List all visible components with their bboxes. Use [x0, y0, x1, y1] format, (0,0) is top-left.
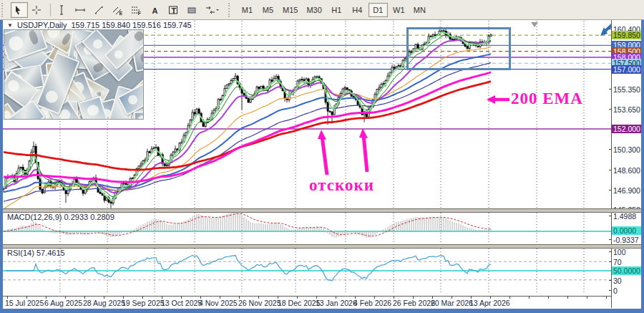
pane-divider[interactable]	[0, 208, 641, 213]
axis-tick-label: 153.650	[613, 105, 640, 114]
mt4-chart-window: EFATM1M5M15M30H1H4D1W1MN ▼ USDJPY,Daily …	[0, 0, 644, 313]
bounce-annotation-text[interactable]: отскоки	[309, 176, 374, 195]
vertical-line-tool-button[interactable]	[54, 2, 72, 18]
axis-tick	[609, 239, 612, 240]
symbol-period-label: USDJPY,Daily	[17, 21, 67, 29]
cursor-tool-button[interactable]	[11, 2, 28, 18]
equidistant-channel-tool-button[interactable]: E	[110, 2, 127, 18]
text-tool-button[interactable]: A	[147, 2, 165, 18]
time-tick	[606, 297, 607, 299]
price-level-badge: 152.000	[612, 125, 643, 133]
price-level-badge: 0.0000	[612, 226, 643, 235]
rsi-line	[6, 255, 491, 281]
arrow-annotation	[600, 24, 611, 36]
axis-tick	[609, 261, 612, 262]
date-label: 18 Dec 2025	[278, 299, 321, 307]
macd-indicator-label: MACD(12,26,9) 0.2933 0.2809	[7, 213, 114, 221]
window-edge	[641, 19, 644, 313]
axis-tick-label: -0.9337	[613, 236, 640, 244]
time-axis[interactable]: 15 Jul 20256 Aug 202528 Aug 202519 Sep 2…	[3, 296, 611, 309]
horizontal-line-icon	[74, 4, 89, 16]
date-label: 13 Apr 2026	[469, 299, 510, 307]
date-label: 13 Oct 2025	[161, 299, 202, 307]
trendline-tool-button[interactable]	[92, 2, 109, 18]
date-label: 6 Aug 2025	[44, 299, 82, 307]
rectangle-annotation[interactable]	[406, 27, 511, 70]
time-tick	[548, 297, 549, 299]
ohlc-values: 159.715 159.840 159.516 159.745	[71, 21, 191, 29]
text-icon: A	[149, 4, 163, 16]
timeframe-button-w1[interactable]: W1	[389, 3, 409, 17]
window-edge	[0, 19, 3, 313]
date-label: 15 Jul 2025	[5, 299, 44, 307]
axis-tick	[609, 280, 612, 281]
rectangle-icon	[186, 4, 200, 16]
timeframe-button-h1[interactable]: H1	[327, 3, 346, 17]
chevron-down-icon[interactable]: ▼	[7, 22, 13, 29]
timeframe-button-h4[interactable]: H4	[348, 3, 367, 17]
toolbar-grip[interactable]	[1, 3, 8, 17]
axis-tick-label: 30	[613, 276, 640, 285]
date-label: 19 Sep 2025	[122, 299, 165, 307]
yen-banknotes-photo	[4, 30, 143, 119]
axis-tick	[609, 89, 612, 90]
arrows-tool-button[interactable]	[203, 2, 220, 18]
axis-tick-label: 148.600	[613, 166, 640, 175]
axis-tick-label: 0	[613, 286, 640, 295]
window-edge	[0, 309, 644, 313]
date-label: 20 Mar 2026	[431, 299, 473, 307]
axis-tick	[609, 109, 612, 110]
rsi-indicator-label: RSI(14) 57.4615	[7, 249, 65, 257]
axis-tick	[609, 170, 612, 170]
axis-tick-label: 70	[613, 258, 640, 266]
label-icon: T	[167, 4, 182, 16]
date-label: 26 Feb 2026	[393, 299, 435, 307]
vertical-line-icon	[56, 4, 70, 16]
timeframe-button-mn[interactable]: MN	[410, 3, 429, 17]
timeframe-button-m1[interactable]: M1	[238, 3, 257, 17]
axis-tick	[609, 29, 612, 29]
rectangle-tool-button[interactable]	[185, 2, 202, 18]
date-label: 4 Nov 2025	[199, 299, 238, 307]
price-axis[interactable]: 160.400155.350153.650150.300148.600146.9…	[611, 20, 642, 308]
fibonacci-icon: F	[130, 4, 145, 16]
svg-text:T: T	[172, 6, 177, 14]
horizontal-line-tool-button[interactable]	[73, 2, 90, 18]
axis-tick-label: 150.300	[613, 145, 640, 154]
axis-tick	[609, 251, 612, 252]
arrows-icon	[205, 4, 219, 16]
trendline-icon	[93, 4, 107, 16]
time-tick	[567, 297, 568, 299]
label-tool-button[interactable]: T	[166, 2, 183, 18]
axis-tick-label: 146.900	[613, 186, 640, 195]
axis-tick	[609, 190, 612, 191]
axis-tick	[609, 216, 612, 216]
crosshair-tool-button[interactable]	[29, 2, 47, 18]
date-label: 13 Jan 2026	[316, 299, 357, 307]
ema200-annotation-text[interactable]: 200 EMA	[511, 90, 583, 108]
toolbar-grip[interactable]	[228, 3, 235, 17]
cursor-icon	[12, 4, 26, 16]
date-label: 4 Feb 2026	[353, 299, 391, 307]
axis-tick-label: 1.4988	[613, 212, 640, 221]
chart-title: ▼ USDJPY,Daily 159.715 159.840 159.516 1…	[7, 21, 192, 29]
svg-text:A: A	[152, 6, 158, 14]
price-level-badge: 157.000	[612, 65, 643, 74]
axis-tick-label: 155.350	[613, 85, 640, 94]
timeframe-button-m5[interactable]: M5	[258, 3, 278, 17]
axis-tick-label: 100	[613, 248, 640, 256]
timeframe-button-d1[interactable]: D1	[369, 3, 388, 17]
time-tick	[529, 297, 530, 299]
time-tick	[587, 297, 587, 299]
toolbar: EFATM1M5M15M30H1H4D1W1MN	[0, 0, 644, 20]
fibonacci-tool-button[interactable]: F	[129, 2, 146, 18]
svg-text:E: E	[119, 10, 123, 15]
pane-divider[interactable]	[0, 244, 641, 249]
date-label: 26 Nov 2025	[238, 299, 281, 307]
toolbar-separator	[50, 4, 51, 16]
crosshair-icon	[31, 4, 45, 16]
timeframe-button-m15[interactable]: M15	[279, 3, 301, 17]
marker-triangle	[531, 22, 538, 27]
price-level-badge: 159.850	[612, 31, 643, 39]
timeframe-button-m30[interactable]: M30	[303, 3, 325, 17]
